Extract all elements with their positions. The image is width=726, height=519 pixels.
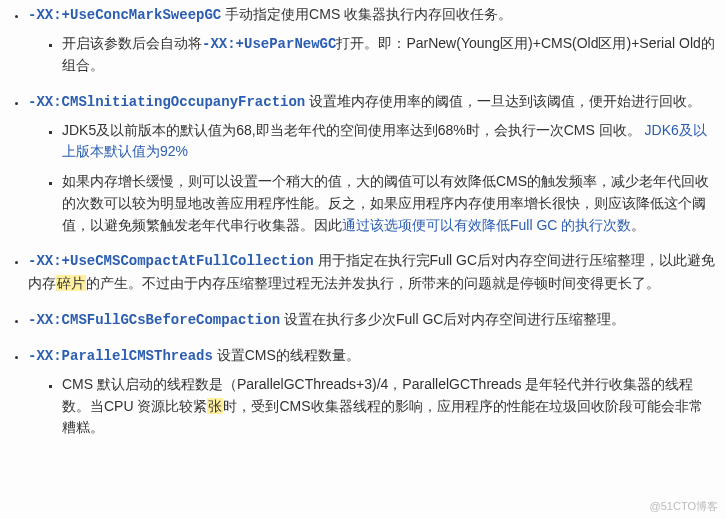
flag-desc: 手动指定使用CMS 收集器执行内存回收任务。 [221, 6, 512, 22]
highlight: 张 [207, 398, 223, 414]
sub-list: JDK5及以前版本的默认值为68,即当老年代的空间使用率达到68%时，会执行一次… [28, 120, 716, 236]
list-item: 开启该参数后会自动将-XX:+UseParNewGC打开。即：ParNew(Yo… [62, 33, 716, 77]
list-item: -XX:+UseCMSCompactAtFullCollection 用于指定在… [28, 250, 716, 294]
jvm-flag-list: -XX:+UseConcMarkSweepGC 手动指定使用CMS 收集器执行内… [0, 0, 726, 439]
text: JDK5及以前版本的默认值为68,即当老年代的空间使用率达到68%时，会执行一次… [62, 122, 641, 138]
jvm-flag: -XX:+UseParNewGC [202, 36, 336, 52]
list-item: CMS 默认启动的线程数是（ParallelGCThreads+3)/4，Par… [62, 374, 716, 439]
jvm-flag: -XX:+UseCMSCompactAtFullCollection [28, 253, 314, 269]
text: 。 [631, 217, 645, 233]
jvm-flag: -XX:CMSlnitiatingOccupanyFraction [28, 94, 305, 110]
list-item: JDK5及以前版本的默认值为68,即当老年代的空间使用率达到68%时，会执行一次… [62, 120, 716, 163]
jvm-flag: -XX:ParallelCMSThreads [28, 348, 213, 364]
text: 开启该参数后会自动将 [62, 35, 202, 51]
jvm-flag: -XX:CMSFullGCsBeforeCompaction [28, 312, 280, 328]
watermark: @51CTO博客 [650, 498, 718, 515]
text: 的产生。不过由于内存压缩整理过程无法并发执行，所带来的问题就是停顿时间变得更长了… [86, 275, 660, 291]
list-item: -XX:CMSlnitiatingOccupanyFraction 设置堆内存使… [28, 91, 716, 236]
sub-list: CMS 默认启动的线程数是（ParallelGCThreads+3)/4，Par… [28, 374, 716, 439]
jvm-flag: -XX:+UseConcMarkSweepGC [28, 7, 221, 23]
flag-desc: 设置CMS的线程数量。 [213, 347, 360, 363]
highlight: 碎片 [56, 275, 86, 291]
flag-desc: 设置在执行多少次Full GC后对内存空间进行压缩整理。 [280, 311, 625, 327]
list-item: -XX:ParallelCMSThreads 设置CMS的线程数量。 CMS 默… [28, 345, 716, 439]
link-text: 通过该选项便可以有效降低Full GC 的执行次数 [342, 217, 631, 233]
sub-list: 开启该参数后会自动将-XX:+UseParNewGC打开。即：ParNew(Yo… [28, 33, 716, 77]
list-item: -XX:CMSFullGCsBeforeCompaction 设置在执行多少次F… [28, 309, 716, 332]
flag-desc: 设置堆内存使用率的阈值，一旦达到该阈值，便开始进行回收。 [305, 93, 701, 109]
list-item: 如果内存增长缓慢，则可以设置一个稍大的值，大的阈值可以有效降低CMS的触发频率，… [62, 171, 716, 236]
list-item: -XX:+UseConcMarkSweepGC 手动指定使用CMS 收集器执行内… [28, 4, 716, 77]
